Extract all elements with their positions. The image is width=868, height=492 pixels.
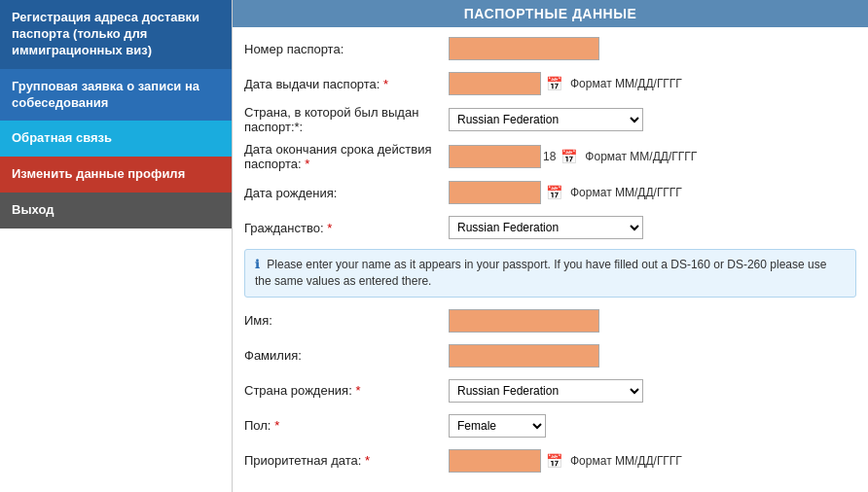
gender-row: Пол: * Female Male bbox=[244, 412, 856, 439]
sidebar: Регистрация адреса доставки паспорта (то… bbox=[0, 0, 232, 492]
info-box: ℹ Please enter your name as it appears i… bbox=[244, 249, 856, 298]
form-area: Номер паспорта: Дата выдачи паспорта: * … bbox=[233, 27, 868, 490]
priority-date-row: Приоритетная дата: * 📅 Формат ММ/ДД/ГГГГ bbox=[244, 447, 856, 474]
birth-date-format-hint: Формат ММ/ДД/ГГГГ bbox=[570, 186, 682, 199]
expiry-date-calendar-icon[interactable]: 📅 bbox=[560, 148, 577, 165]
birth-date-calendar-icon[interactable]: 📅 bbox=[545, 184, 562, 201]
last-name-input[interactable] bbox=[449, 344, 599, 368]
priority-date-label: Приоритетная дата: * bbox=[244, 453, 449, 468]
expiry-date-wrapper: 18 bbox=[449, 145, 556, 168]
issue-date-calendar-icon[interactable]: 📅 bbox=[545, 75, 562, 92]
expiry-date-label: Дата окончания срока действия паспорта: … bbox=[244, 142, 449, 171]
issue-date-format-hint: Формат ММ/ДД/ГГГГ bbox=[570, 77, 682, 90]
citizenship-row: Гражданство: * Russian Federation United… bbox=[244, 214, 856, 241]
first-name-row: Имя: bbox=[244, 307, 856, 334]
gender-label: Пол: * bbox=[244, 418, 449, 433]
issue-country-select-wrapper: Russian Federation United States Germany… bbox=[449, 108, 643, 131]
expiry-date-input[interactable] bbox=[449, 145, 541, 168]
gender-select[interactable]: Female Male bbox=[449, 414, 546, 438]
citizenship-select[interactable]: Russian Federation United States Germany… bbox=[449, 216, 643, 239]
expiry-date-row: Дата окончания срока действия паспорта: … bbox=[244, 142, 856, 171]
expiry-date-format-hint: Формат ММ/ДД/ГГГГ bbox=[585, 150, 697, 163]
birth-country-row: Страна рождения: * Russian Federation Un… bbox=[244, 377, 856, 404]
sidebar-item-logout[interactable]: Выход bbox=[0, 193, 232, 228]
citizenship-label: Гражданство: * bbox=[244, 221, 449, 235]
sidebar-item-registration[interactable]: Регистрация адреса доставки паспорта (то… bbox=[0, 0, 232, 69]
first-name-label: Имя: bbox=[244, 313, 449, 328]
sidebar-item-group-registration[interactable]: Групповая заявка о записи на собеседован… bbox=[0, 69, 232, 122]
last-name-label: Фамилия: bbox=[244, 348, 449, 363]
birth-date-input[interactable] bbox=[449, 181, 541, 204]
section-title: ПАСПОРТНЫЕ ДАННЫЕ bbox=[233, 0, 868, 27]
expiry-suffix: 18 bbox=[543, 150, 556, 163]
passport-number-input[interactable] bbox=[449, 37, 599, 60]
issue-date-input[interactable] bbox=[449, 72, 541, 95]
info-icon: ℹ bbox=[255, 258, 260, 271]
birth-country-label: Страна рождения: * bbox=[244, 383, 449, 398]
passport-number-row: Номер паспорта: bbox=[244, 35, 856, 62]
issue-country-row: Страна, в которой был выдан паспорт:*: R… bbox=[244, 105, 856, 134]
main-content: ПАСПОРТНЫЕ ДАННЫЕ Номер паспорта: Дата в… bbox=[232, 0, 868, 492]
passport-number-label: Номер паспорта: bbox=[244, 42, 449, 56]
priority-date-calendar-icon[interactable]: 📅 bbox=[545, 452, 562, 470]
priority-date-input[interactable] bbox=[449, 449, 541, 473]
birth-date-label: Дата рождения: bbox=[244, 186, 449, 200]
birth-date-row: Дата рождения: 📅 Формат ММ/ДД/ГГГГ bbox=[244, 179, 856, 206]
sidebar-item-feedback[interactable]: Обратная связь bbox=[0, 121, 232, 157]
issue-country-label: Страна, в которой был выдан паспорт:*: bbox=[244, 105, 449, 134]
issue-country-select[interactable]: Russian Federation United States Germany… bbox=[449, 108, 643, 131]
last-name-row: Фамилия: bbox=[244, 342, 856, 369]
first-name-input[interactable] bbox=[449, 309, 599, 333]
issue-date-row: Дата выдачи паспорта: * 📅 Формат ММ/ДД/Г… bbox=[244, 70, 856, 97]
issue-date-label: Дата выдачи паспорта: * bbox=[244, 77, 449, 91]
sidebar-item-edit-profile[interactable]: Изменить данные профиля bbox=[0, 157, 232, 193]
birth-country-select[interactable]: Russian Federation United States Germany… bbox=[449, 379, 643, 403]
priority-date-format-hint: Формат ММ/ДД/ГГГГ bbox=[570, 454, 682, 468]
